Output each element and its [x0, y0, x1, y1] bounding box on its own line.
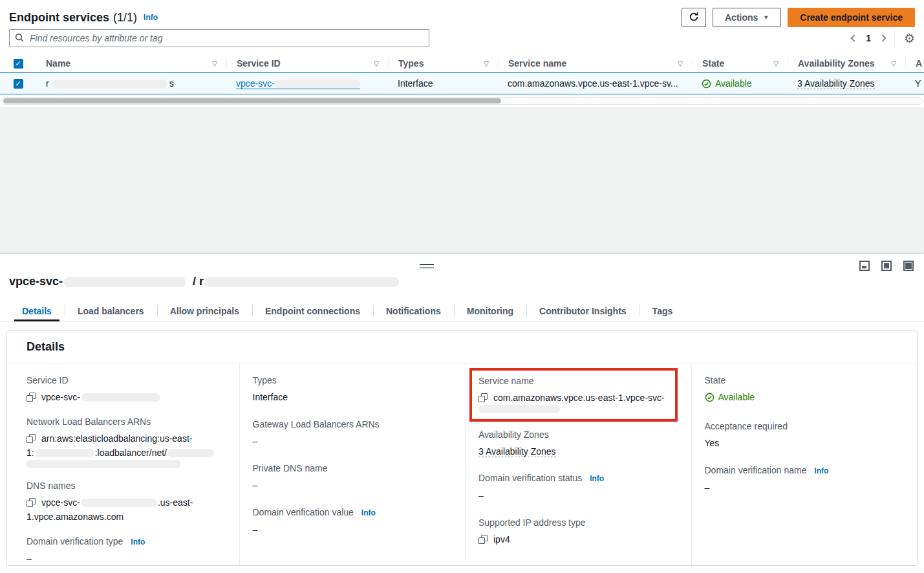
column-header-service-id[interactable]: Service ID ▽: [226, 58, 388, 69]
copy-icon[interactable]: [27, 434, 36, 443]
field-label: Domain verification value: [253, 507, 354, 517]
details-column-2: Types Interface Gateway Load Balancers A…: [239, 363, 466, 565]
check-circle-icon: [702, 79, 711, 89]
panel-size-small-icon[interactable]: [859, 261, 870, 271]
horizontal-scrollbar[interactable]: [1, 97, 923, 105]
row-state-cell: Available: [692, 78, 788, 89]
field-value: 1.vpce.amazonaws.com: [27, 510, 124, 524]
sort-icon[interactable]: ▽: [678, 60, 685, 67]
info-link[interactable]: Info: [814, 466, 828, 475]
column-header-partial[interactable]: A: [905, 58, 924, 69]
column-header-types[interactable]: Types ▽: [388, 58, 498, 69]
field-value: com.amazonaws.vpce.us-east-1.vpce-svc-: [493, 391, 665, 405]
info-link[interactable]: Info: [361, 508, 376, 517]
field-value: .us-east-: [158, 495, 193, 510]
field-domain-verification-name: Domain verification name Info –: [705, 464, 905, 495]
tab-monitoring[interactable]: Monitoring: [454, 301, 526, 321]
actions-button[interactable]: Actions ▼: [713, 8, 781, 27]
field-glb-arns: Gateway Load Balancers ARNs –: [253, 418, 453, 448]
field-label: Availability Zones: [478, 428, 678, 441]
field-label: Acceptance required: [705, 420, 905, 433]
availability-zones-link[interactable]: 3 Availability Zones: [797, 78, 875, 89]
copy-icon[interactable]: [27, 498, 36, 507]
refresh-button[interactable]: [682, 8, 706, 27]
column-header-state[interactable]: State ▽: [692, 58, 788, 69]
sort-icon[interactable]: ▽: [374, 60, 381, 67]
row-availability-zones-cell: 3 Availability Zones: [788, 78, 905, 89]
panel-size-large-icon[interactable]: [903, 261, 914, 271]
page-number[interactable]: 1: [866, 33, 871, 43]
redacted-value: [35, 449, 94, 457]
tab-load-balancers[interactable]: Load balancers: [65, 301, 157, 321]
field-value: ipv4: [493, 532, 510, 546]
pagination: 1 ⚙: [852, 30, 915, 46]
redacted-title-name: [205, 277, 399, 287]
field-label: State: [705, 374, 905, 387]
row-name-cell: r s: [36, 78, 226, 89]
state-text: Available: [715, 78, 752, 89]
tab-endpoint-connections[interactable]: Endpoint connections: [252, 301, 373, 321]
name-text: r: [46, 78, 49, 89]
column-header-availability-zones[interactable]: Availability Zones ▽: [788, 58, 905, 69]
availability-zones-link[interactable]: 3 Availability Zones: [478, 446, 556, 457]
tab-allow-principals[interactable]: Allow principals: [157, 301, 252, 321]
select-all-checkbox[interactable]: ✓: [14, 59, 23, 69]
scrollbar-thumb[interactable]: [3, 98, 501, 103]
panel-drag-handle-icon[interactable]: [420, 264, 434, 268]
details-column-4: State Available Acceptance: [691, 363, 918, 565]
panel-title-suffix: r: [199, 275, 204, 288]
panel-size-medium-icon[interactable]: [881, 261, 892, 271]
column-label: Service ID: [237, 58, 281, 69]
redacted-value: [27, 460, 180, 468]
search-input[interactable]: [28, 32, 424, 44]
info-link[interactable]: Info: [590, 474, 604, 483]
table-row[interactable]: ✓ r s vpce-svc- Interface com.amazonaws.…: [0, 72, 924, 94]
redacted-value: [167, 449, 214, 457]
state-badge: Available: [702, 78, 752, 89]
partial-text: Y: [915, 78, 921, 89]
column-header-name[interactable]: Name ▽: [36, 58, 226, 69]
field-label: Domain verification name: [705, 465, 807, 475]
sort-icon[interactable]: ▽: [484, 60, 491, 67]
sort-icon[interactable]: ▽: [212, 60, 220, 67]
copy-icon[interactable]: [27, 393, 36, 402]
field-value: arn:aws:elasticloadbalancing:us-east-: [41, 431, 192, 446]
field-label: Gateway Load Balancers ARNs: [253, 418, 453, 431]
redacted-service-id: [275, 80, 360, 88]
field-label: Service ID: [27, 374, 226, 387]
info-link[interactable]: Info: [131, 537, 145, 546]
tab-tags[interactable]: Tags: [639, 301, 686, 321]
field-value: –: [27, 552, 226, 566]
sort-icon[interactable]: ▽: [891, 60, 899, 67]
tab-contributor-insights[interactable]: Contributor Insights: [526, 301, 639, 321]
field-label: Supported IP address type: [478, 516, 678, 529]
field-value: 1:: [27, 446, 34, 460]
search-box[interactable]: [9, 29, 429, 47]
next-page-icon[interactable]: [879, 34, 886, 41]
field-label: Private DNS name: [253, 462, 453, 475]
details-heading: Details: [27, 340, 65, 354]
tab-notifications[interactable]: Notifications: [373, 301, 454, 321]
field-label: Domain verification status: [478, 473, 582, 483]
copy-icon[interactable]: [478, 393, 488, 402]
column-header-service-name[interactable]: Service name ▽: [498, 58, 692, 69]
details-column-3: Service name com.amazonaws.vpce.us-east-…: [465, 363, 691, 565]
service-id-link[interactable]: vpce-svc-: [236, 78, 360, 89]
create-endpoint-service-button[interactable]: Create endpoint service: [788, 8, 915, 27]
row-checkbox[interactable]: ✓: [14, 79, 23, 89]
tab-details[interactable]: Details: [9, 301, 65, 321]
divider: [894, 30, 895, 46]
row-select-cell: ✓: [0, 79, 36, 89]
copy-icon[interactable]: [478, 535, 488, 544]
endpoint-services-table: ✓ Name ▽ Service ID ▽ Types ▽ Service na…: [0, 54, 924, 94]
previous-page-icon[interactable]: [850, 34, 857, 41]
filter-bar: 1 ⚙: [9, 28, 915, 48]
field-supported-ip-address-type: Supported IP address type ipv4: [478, 516, 678, 546]
sort-icon[interactable]: ▽: [773, 60, 781, 67]
info-link[interactable]: Info: [144, 13, 158, 22]
field-domain-verification-status: Domain verification status Info –: [478, 471, 678, 503]
gear-icon[interactable]: ⚙: [904, 32, 915, 45]
row-partial-cell: Y: [905, 78, 924, 89]
redacted-value: [81, 499, 157, 507]
column-label: A: [916, 58, 922, 69]
